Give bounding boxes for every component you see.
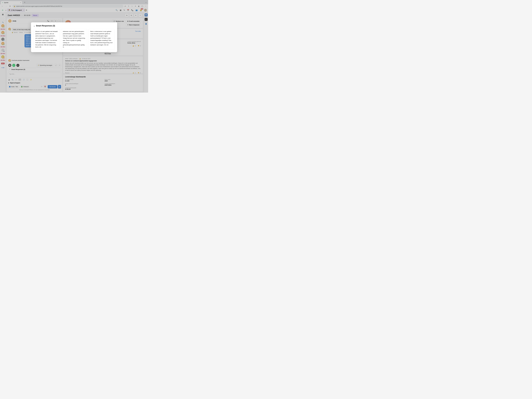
- smart-response-card[interactable]: Iedereen met een gehandicapten-parkeerka…: [61, 29, 87, 50]
- modal-overlay[interactable]: ⌄ Smart Responses (3) Woont u in een geb…: [0, 0, 148, 93]
- chevron-down-icon[interactable]: ⌄: [33, 25, 35, 27]
- modal-title: Smart Responses (3): [36, 25, 55, 27]
- smart-responses-modal: ⌄ Smart Responses (3) Woont u in een geb…: [31, 22, 117, 52]
- smart-response-card[interactable]: Bent u indernemer in een gebied waat bet…: [89, 29, 114, 50]
- smart-response-card[interactable]: Woont u in een gebied met betaald parker…: [33, 29, 60, 50]
